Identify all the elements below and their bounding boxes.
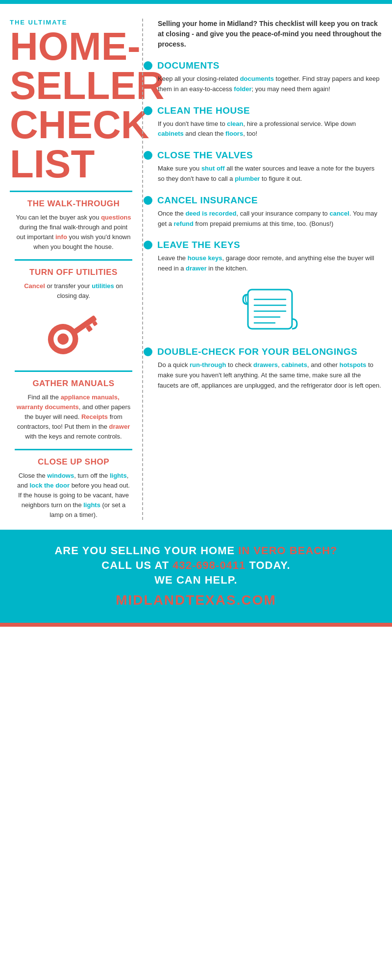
right-column: Selling your home in Midland? This check… <box>148 19 382 520</box>
valves-body: Make sure you shut off all the water sou… <box>158 164 382 184</box>
clean-dot <box>144 106 152 115</box>
checklist-clean: CLEAN THE HOUSE If you don't have time t… <box>158 105 382 140</box>
keys-body: Leave the house keys, garage door remote… <box>158 253 382 274</box>
valves-title: CLOSE THE VALVES <box>157 150 253 161</box>
divider-1 <box>10 191 132 192</box>
bottom-banner: ARE YOU SELLING YOUR HOME IN VERO BEACH?… <box>0 530 392 623</box>
bottom-border <box>0 623 392 627</box>
divider-2 <box>15 259 132 261</box>
clean-header: CLEAN THE HOUSE <box>158 105 382 116</box>
close-shop-title: CLOSE UP SHOP <box>15 457 132 467</box>
insurance-title: CANCEL INSURANCE <box>157 195 258 206</box>
clean-title: CLEAN THE HOUSE <box>157 105 250 116</box>
main-title: HOME- SELLER CHECK LIST <box>10 27 132 184</box>
documents-body: Keep all your closing-related documents … <box>158 74 382 95</box>
checklist-keys: LEAVE THE KEYS Leave the house keys, gar… <box>158 240 382 274</box>
left-bottom-sections: THE WALK-THROUGH You can let the buyer a… <box>10 199 132 520</box>
checklist-documents: DOCUMENTS Keep all your closing-related … <box>158 60 382 95</box>
checklist-insurance: CANCEL INSURANCE Once the deed is record… <box>158 195 382 229</box>
utilities-title: TURN OFF UTILITIES <box>15 268 132 277</box>
divider-4 <box>15 449 132 450</box>
title-line1: HOME- <box>10 24 141 68</box>
clean-body: If you don't have time to clean, hire a … <box>158 119 382 140</box>
title-line3: CHECK <box>10 103 149 147</box>
intro-text: Selling your home in Midland? This check… <box>158 19 382 49</box>
center-divider <box>142 19 143 520</box>
banner-phone: 432-698-0411 <box>172 559 245 571</box>
title-line4: LIST <box>10 142 95 186</box>
banner-line1-highlight: IN VERO BEACH? <box>238 544 337 557</box>
scroll-icon <box>241 285 299 339</box>
insurance-header: CANCEL INSURANCE <box>158 195 382 206</box>
key-icon <box>42 310 105 364</box>
belongings-title: DOUBLE-CHECK FOR YOUR BELONGINGS <box>157 346 357 357</box>
keys-header: LEAVE THE KEYS <box>158 240 382 250</box>
walk-through-title: THE WALK-THROUGH <box>15 199 132 209</box>
banner-line1: ARE YOU SELLING YOUR HOME IN VERO BEACH? <box>10 544 382 557</box>
banner-line3: WE CAN HELP. <box>10 574 382 587</box>
manuals-body: Find all the appliance manuals, warranty… <box>15 392 132 442</box>
insurance-body: Once the deed is recorded, call your ins… <box>158 209 382 229</box>
title-line2: SELLER <box>10 64 165 107</box>
top-border <box>0 0 392 4</box>
key-icon-container <box>15 310 132 364</box>
insurance-dot <box>144 196 152 205</box>
checklist-valves: CLOSE THE VALVES Make sure you shut off … <box>158 150 382 184</box>
valves-dot <box>144 151 152 160</box>
keys-title: LEAVE THE KEYS <box>157 240 240 250</box>
left-column: THE ULTIMATE HOME- SELLER CHECK LIST THE… <box>10 19 137 520</box>
documents-dot <box>144 61 152 70</box>
banner-line2: CALL US AT 432-698-0411 TODAY. <box>10 559 382 572</box>
valves-header: CLOSE THE VALVES <box>158 150 382 161</box>
walk-through-body: You can let the buyer ask you questions … <box>15 213 132 252</box>
utilities-body: Cancel or transfer your utilities on clo… <box>15 281 132 301</box>
keys-dot <box>144 241 152 249</box>
documents-header: DOCUMENTS <box>158 60 382 71</box>
belongings-body: Do a quick run-through to check drawers,… <box>158 360 382 391</box>
banner-website[interactable]: MIDLANDTEXAS.COM <box>10 592 382 608</box>
main-content: THE ULTIMATE HOME- SELLER CHECK LIST THE… <box>0 4 392 520</box>
scroll-illustration <box>158 285 382 339</box>
close-shop-body: Close the windows, turn off the lights, … <box>15 471 132 520</box>
manuals-title: GATHER MANUALS <box>15 379 132 389</box>
documents-title: DOCUMENTS <box>157 60 220 71</box>
belongings-header: DOUBLE-CHECK FOR YOUR BELONGINGS <box>158 346 382 357</box>
belongings-dot <box>144 347 152 356</box>
divider-3 <box>15 370 132 372</box>
checklist-belongings: DOUBLE-CHECK FOR YOUR BELONGINGS Do a qu… <box>158 346 382 391</box>
